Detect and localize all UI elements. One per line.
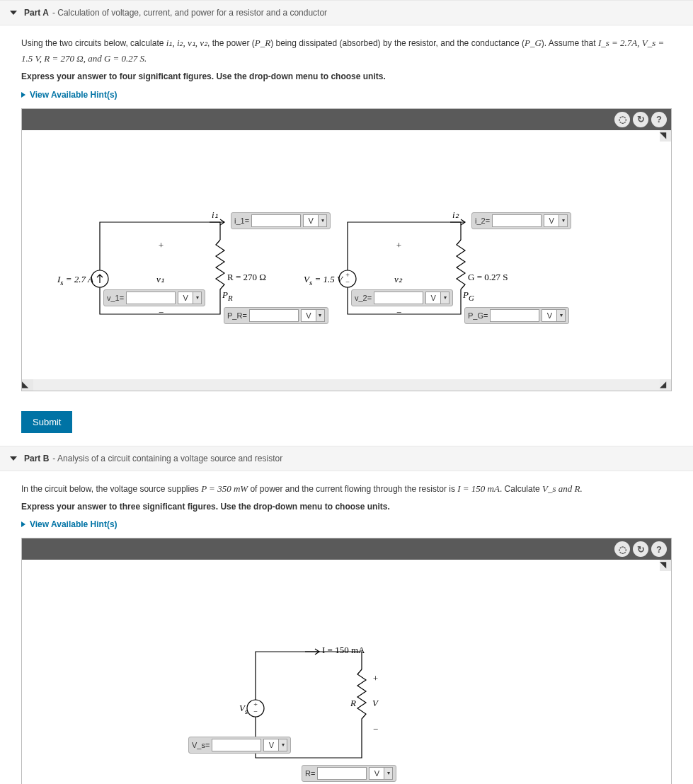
help-icon[interactable]: ? (651, 541, 667, 557)
vs-sym: Vs (239, 703, 248, 715)
scroll-corner-icon: ◢ (660, 379, 671, 391)
minus-sign-b: − (372, 724, 379, 735)
pg-unit-select[interactable]: V▾ (542, 309, 566, 322)
part-b-header[interactable]: Part B - Analysis of a circuit containin… (0, 446, 693, 471)
pg-field: P_G= V▾ (464, 307, 569, 324)
i2-label: i₂ (452, 209, 459, 221)
r-unit-select[interactable]: V▾ (369, 767, 393, 780)
g-label: G = 0.27 S (468, 272, 508, 283)
scroll-corner-icon: ◣ (22, 379, 33, 391)
part-b-canvas: ◌ ↻ ? + − I = 150 mA Vs R V + (21, 538, 672, 784)
v2-field: v_2= V▾ (351, 289, 453, 306)
r-field: R= V▾ (302, 765, 396, 782)
part-a-prompt: Using the two circuits below, calculate … (21, 35, 672, 67)
v1-label: v₁ (156, 274, 164, 285)
pr-input[interactable] (249, 309, 299, 322)
part-b-instructions: Express your answer to three significant… (21, 500, 672, 514)
part-a-title: Part A (24, 8, 49, 18)
v1-unit-select[interactable]: V▾ (178, 292, 202, 304)
circuits-svg: + − (22, 130, 671, 371)
help-icon[interactable]: ? (651, 112, 667, 127)
r-label: R = 270 Ω (227, 272, 266, 283)
part-a-body: Using the two circuits below, calculate … (0, 25, 693, 401)
plus-sign: + (158, 240, 164, 251)
is-label: Is = 2.7 A (57, 274, 93, 287)
svg-text:−: − (253, 708, 258, 715)
caret-down-icon (10, 456, 17, 461)
pr-label: PR (222, 289, 233, 302)
part-a-header[interactable]: Part A - Calculation of voltage, current… (0, 0, 693, 25)
scroll-corner-icon: ◥ (660, 560, 671, 571)
scroll-corner-icon: ◥ (660, 130, 671, 142)
part-a-desc: - Calculation of voltage, current, and p… (52, 8, 327, 18)
svg-text:−: − (345, 278, 350, 286)
lightbulb-icon[interactable]: ◌ (614, 541, 630, 557)
caret-down-icon (10, 11, 17, 15)
part-a-canvas: ◌ ↻ ? (21, 108, 672, 391)
r-sym: R (350, 698, 356, 709)
caret-right-icon (21, 92, 25, 98)
pr-field: P_R= V▾ (224, 307, 328, 324)
plus-sign-2: + (396, 240, 402, 251)
i1-field: i_1= V▾ (231, 212, 331, 229)
reset-icon[interactable]: ↻ (633, 112, 648, 127)
lightbulb-icon[interactable]: ◌ (614, 112, 630, 127)
v1-field: v_1= V▾ (103, 289, 205, 306)
caret-right-icon (21, 521, 25, 527)
scrollbar-horizontal[interactable] (33, 379, 660, 391)
vs-label: Vs = 1.5 V (304, 274, 343, 287)
view-hints-link-b[interactable]: View Available Hint(s) (21, 519, 672, 529)
i-label: I = 150 mA (322, 645, 365, 656)
pg-label: PG (463, 289, 474, 302)
canvas-toolbar-b: ◌ ↻ ? (22, 538, 671, 560)
reset-icon[interactable]: ↻ (633, 541, 648, 557)
circuit-b-svg: + − (22, 560, 671, 784)
v2-input[interactable] (374, 292, 423, 304)
i1-input[interactable] (251, 214, 301, 227)
submit-button[interactable]: Submit (21, 411, 72, 433)
i2-input[interactable] (492, 214, 542, 227)
minus-sign-2: − (396, 307, 402, 318)
pr-unit-select[interactable]: V▾ (301, 309, 325, 322)
i1-label: i₁ (212, 209, 218, 221)
plus-sign-b: + (372, 673, 379, 684)
minus-sign: − (158, 307, 164, 318)
vs-unit-select[interactable]: V▾ (263, 739, 287, 751)
vs-input[interactable] (212, 739, 261, 751)
part-a-instructions: Express your answer to four significant … (21, 69, 672, 83)
vs-field: V_s= V▾ (188, 737, 291, 754)
i2-unit-select[interactable]: V▾ (544, 214, 568, 227)
v1-input[interactable] (126, 292, 176, 304)
part-b-title: Part B (24, 454, 49, 463)
v2-unit-select[interactable]: V▾ (425, 292, 449, 304)
canvas-toolbar: ◌ ↻ ? (22, 109, 671, 130)
v-sym: V (372, 698, 378, 709)
i2-field: i_2= V▾ (471, 212, 571, 229)
part-b-prompt: In the circuit below, the voltage source… (21, 481, 672, 497)
v2-label: v₂ (394, 274, 402, 285)
r-input[interactable] (317, 767, 367, 780)
view-hints-link[interactable]: View Available Hint(s) (21, 90, 672, 100)
pg-input[interactable] (490, 309, 539, 322)
i1-unit-select[interactable]: V▾ (303, 214, 327, 227)
part-b-desc: - Analysis of a circuit containing a vol… (52, 454, 282, 463)
part-b-body: In the circuit below, the voltage source… (0, 471, 693, 784)
